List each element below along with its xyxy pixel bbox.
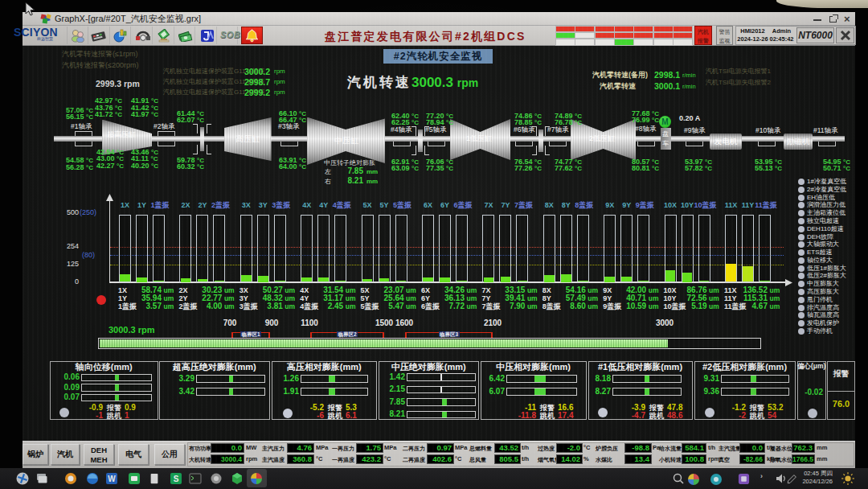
svg-text:W: W — [108, 475, 116, 483]
svg-text:S: S — [174, 475, 179, 483]
